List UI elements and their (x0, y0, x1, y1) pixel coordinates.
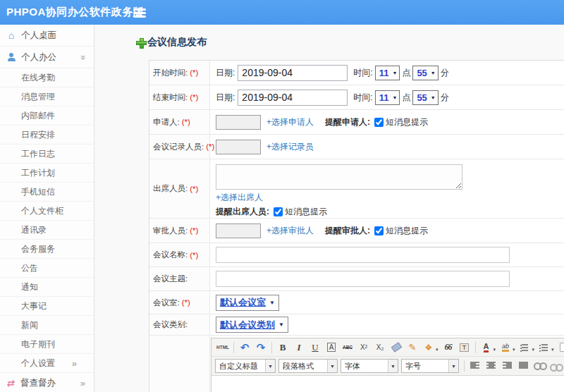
align-justify-icon[interactable] (516, 359, 532, 373)
attendees-textarea[interactable] (216, 164, 462, 190)
format-painter-icon[interactable] (421, 341, 436, 355)
sidebar-item-supervision[interactable]: 督查督办 (0, 373, 94, 392)
applicant-input[interactable] (216, 115, 261, 130)
field-label: 申请人: (153, 117, 180, 128)
end-minute-select[interactable]: 55 (412, 90, 438, 105)
home-icon (6, 30, 16, 41)
unlink-icon[interactable] (548, 359, 564, 373)
select-attendees-link[interactable]: +选择出席人 (216, 192, 263, 204)
select-applicant-link[interactable]: +选择申请人 (266, 116, 314, 128)
shuffle-icon (6, 378, 16, 388)
sidebar: 个人桌面 个人办公 在线考勤 消息管理 内部邮件 日程安排 工作日志 工作计划 … (0, 25, 94, 392)
start-hour-select[interactable]: 11 (375, 66, 400, 80)
strikethrough-icon[interactable] (340, 341, 355, 355)
paragraph-format-select[interactable]: 段落格式 (278, 359, 338, 373)
hour-unit: 点 (402, 67, 410, 79)
start-minute-select[interactable]: 55 (412, 66, 438, 80)
sidebar-item-messages[interactable]: 消息管理 (0, 87, 94, 106)
toolbar-separator (464, 360, 465, 372)
sidebar-item-schedule[interactable]: 日程安排 (0, 125, 94, 145)
italic-icon[interactable] (291, 341, 307, 355)
sidebar-item-label: 通知 (21, 281, 38, 293)
toolbar-separator (233, 342, 234, 353)
required-mark: (*) (182, 298, 190, 307)
field-label: 会议室: (153, 298, 180, 308)
form-row-content-editor: ▾ ▾ ▾ ▾ ▾ (149, 336, 564, 392)
sidebar-item-office[interactable]: 个人办公 (0, 47, 94, 68)
hamburger-menu-icon[interactable] (133, 8, 146, 18)
minute-unit: 分 (441, 92, 449, 104)
ordered-list-icon[interactable] (517, 341, 533, 355)
page-title: 会议信息发布 (136, 36, 564, 49)
sidebar-item-file-cabinet[interactable]: 个人文件柜 (0, 202, 94, 221)
approver-sms-checkbox[interactable] (374, 226, 384, 235)
sidebar-item-sms[interactable]: 手机短信 (0, 183, 94, 202)
select-recorder-link[interactable]: +选择记录员 (266, 141, 314, 153)
end-hour-select[interactable]: 11 (375, 90, 400, 105)
clear-format-brush-icon[interactable] (405, 341, 420, 355)
underline-icon[interactable] (307, 341, 323, 355)
remind-attendees-label: 提醒出席人员: (216, 206, 269, 218)
font-size-box-icon[interactable] (324, 341, 339, 355)
sidebar-item-e-journal[interactable]: 电子期刊 (0, 335, 94, 354)
meeting-subject-input[interactable] (216, 271, 510, 287)
sidebar-item-label: 个人设置 (21, 357, 55, 369)
align-left-icon[interactable] (467, 359, 483, 373)
applicant-sms-checkbox[interactable] (374, 118, 384, 127)
highlight-color-icon[interactable] (498, 341, 513, 355)
start-date-input[interactable] (238, 65, 348, 81)
sidebar-item-news[interactable]: 新闻 (0, 316, 94, 335)
sidebar-item-announcements[interactable]: 公告 (0, 259, 94, 278)
sidebar-item-attendance[interactable]: 在线考勤 (0, 68, 94, 87)
attendees-sms-checkbox[interactable] (274, 207, 283, 216)
meeting-name-input[interactable] (216, 247, 510, 263)
font-family-select[interactable]: 字体 (341, 359, 398, 373)
font-color-icon[interactable] (479, 341, 494, 355)
recorder-input[interactable] (216, 140, 261, 154)
superscript-icon[interactable] (356, 341, 372, 355)
sidebar-item-major-events[interactable]: 大事记 (0, 297, 94, 316)
custom-title-select[interactable]: 自定义标题 (215, 359, 276, 373)
editor-content-area[interactable] (212, 375, 564, 392)
sidebar-item-contacts[interactable]: 通讯录 (0, 221, 94, 240)
sidebar-item-internal-mail[interactable]: 内部邮件 (0, 106, 94, 125)
dropdown-arrow-icon[interactable] (327, 360, 337, 372)
sidebar-item-desktop[interactable]: 个人桌面 (0, 25, 94, 47)
sidebar-item-work-log[interactable]: 工作日志 (0, 145, 94, 164)
dropdown-arrow-icon[interactable] (388, 360, 398, 372)
align-center-icon[interactable] (484, 359, 499, 373)
select-approver-link[interactable]: +选择审批人 (266, 225, 314, 237)
end-date-input[interactable] (238, 90, 348, 106)
sidebar-item-notices[interactable]: 通知 (0, 278, 94, 297)
field-label: 会议名称: (153, 250, 188, 260)
sidebar-item-label: 新闻 (21, 319, 38, 331)
approver-input[interactable] (216, 223, 261, 238)
meeting-room-select[interactable]: 默认会议室 (216, 295, 279, 311)
blockquote-icon[interactable] (441, 341, 456, 355)
font-size-select[interactable]: 字号 (401, 359, 459, 373)
form-row-recorder: 会议记录人员:(*) +选择记录员 (149, 135, 564, 159)
remind-approver-label: 提醒审批人: (325, 225, 370, 237)
sidebar-item-personal-settings[interactable]: 个人设置 (0, 354, 94, 373)
field-label: 会议类别: (153, 319, 188, 330)
html-source-icon[interactable] (215, 341, 231, 355)
sidebar-item-meeting-services[interactable]: 会务服务 (0, 240, 94, 259)
editor-toolbar-row2: 自定义标题 段落格式 字体 字号 (212, 357, 564, 375)
undo-icon[interactable] (237, 341, 252, 355)
paste-icon[interactable] (457, 341, 472, 355)
topbar: PHPOA协同办公软件政务版 (0, 0, 564, 25)
bold-icon[interactable] (275, 341, 290, 355)
unordered-list-icon[interactable] (537, 341, 552, 355)
new-page-icon[interactable] (556, 341, 564, 355)
dropdown-arrow-icon[interactable] (448, 360, 458, 372)
redo-icon[interactable] (253, 341, 269, 355)
form-row-start-time: 开始时间:(*) 日期: 时间: 11 点 55 分 (149, 61, 564, 85)
link-icon[interactable] (532, 359, 548, 373)
meeting-category-select[interactable]: 默认会议类别 (216, 317, 288, 333)
dropdown-arrow-icon[interactable] (265, 360, 275, 372)
align-right-icon[interactable] (500, 359, 515, 373)
eraser-icon[interactable] (388, 341, 404, 355)
sidebar-item-label: 会务服务 (21, 243, 55, 255)
sidebar-item-work-plan[interactable]: 工作计划 (0, 164, 94, 183)
subscript-icon[interactable] (372, 341, 388, 355)
